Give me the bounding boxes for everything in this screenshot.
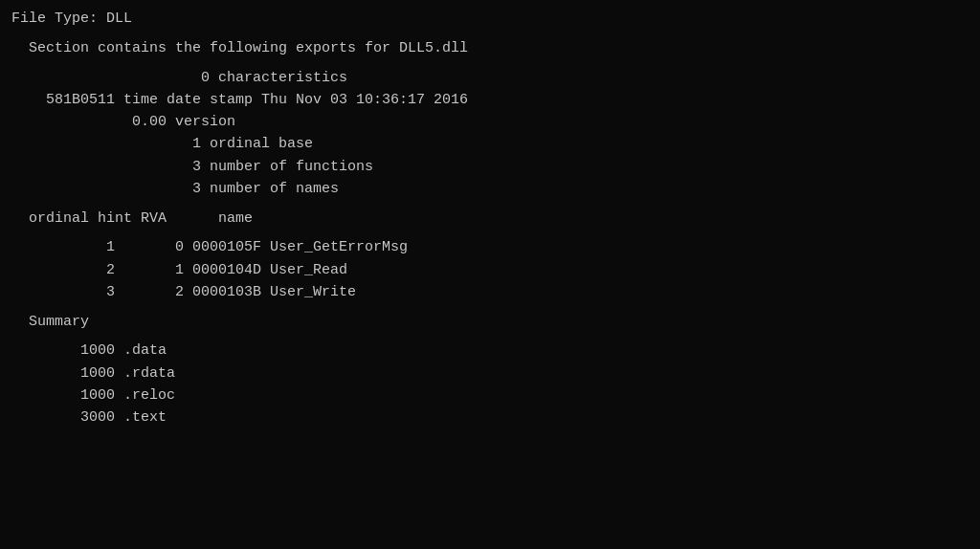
section-header: Section contains the following exports f… xyxy=(11,37,969,59)
summary-list: 1000 .data 1000 .rdata 1000 .reloc 3000 … xyxy=(11,340,969,428)
timestamp-line: 581B0511 time date stamp Thu Nov 03 10:3… xyxy=(11,89,969,111)
file-type-line: File Type: DLL xyxy=(11,8,969,30)
summary-row: 1000 .reloc xyxy=(11,384,969,406)
num-names-line: 3 number of names xyxy=(11,178,969,200)
summary-row: 3000 .text xyxy=(11,406,969,428)
num-functions-line: 3 number of functions xyxy=(11,156,969,178)
export-row: 2 1 0000104D User_Read xyxy=(11,259,969,281)
summary-row: 1000 .data xyxy=(11,340,969,362)
summary-row: 1000 .rdata xyxy=(11,362,969,384)
export-row: 3 2 0000103B User_Write xyxy=(11,281,969,303)
characteristics-line: 0 characteristics xyxy=(11,67,969,89)
exports-list: 1 0 0000105F User_GetErrorMsg 2 1 000010… xyxy=(11,236,969,303)
summary-label: Summary xyxy=(11,311,969,333)
ordinal-base-line: 1 ordinal base xyxy=(11,133,969,155)
version-line: 0.00 version xyxy=(11,111,969,133)
export-row: 1 0 0000105F User_GetErrorMsg xyxy=(11,236,969,258)
terminal-output: File Type: DLL Section contains the foll… xyxy=(11,8,969,541)
exports-header: ordinal hint RVA name xyxy=(11,208,969,230)
